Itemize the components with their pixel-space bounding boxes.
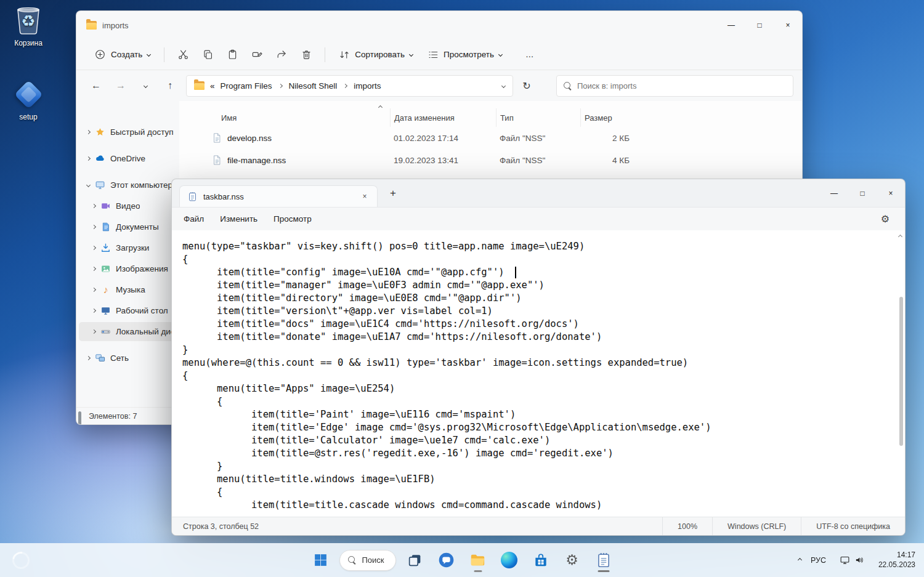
column-header-type[interactable]: Тип [496,108,580,127]
minimize-button[interactable]: — [717,11,745,39]
task-view-button[interactable] [403,548,428,573]
language-indicator[interactable]: РУС [811,556,826,565]
start-button[interactable] [308,548,333,573]
taskbar-search[interactable]: Поиск [339,550,395,571]
recycle-bin-desktop-icon[interactable]: ♻ Корзина [6,5,51,47]
more-options-button[interactable]: … [519,44,541,66]
file-icon [211,132,222,143]
text-editor[interactable]: menu(type="taskbar" vis=key.shift() pos=… [172,230,905,517]
network-volume-tray[interactable] [835,551,869,569]
drive-icon [100,326,111,337]
settings-button[interactable]: ⚙ [560,548,585,573]
chevron-right-icon[interactable] [86,356,91,360]
copy-button[interactable] [196,44,219,66]
store-button[interactable] [529,548,553,573]
chevron-down-icon[interactable] [86,183,91,187]
chevron-right-icon[interactable] [92,288,96,292]
paste-button[interactable] [221,44,244,66]
chat-button[interactable] [434,548,459,573]
explorer-addressbar: ← → ↑ « Program Files Nilesoft Shell imp… [76,70,802,101]
sidebar-item-music[interactable]: ♪ Музыка [79,280,177,299]
tab-taskbar-nss[interactable]: taskbar.nss × [179,185,378,207]
zoom-level[interactable]: 100% [662,517,712,535]
cut-button[interactable] [171,44,195,66]
sidebar-item-downloads[interactable]: Загрузки [79,238,177,257]
recent-locations-button[interactable] [134,75,156,96]
breadcrumb-item[interactable]: Program Files [221,81,272,91]
up-button[interactable]: ↑ [159,75,181,96]
chevron-right-icon[interactable] [86,130,91,134]
delete-button[interactable] [294,44,318,66]
sort-button[interactable]: Сортировать [332,44,419,66]
close-button[interactable]: × [774,11,802,39]
chevron-right-icon[interactable] [92,246,96,250]
table-row[interactable]: develop.nss 01.02.2023 17:14 Файл "NSS" … [197,127,790,149]
explorer-titlebar[interactable]: imports — □ × [76,11,802,39]
notepad-icon [596,552,612,568]
menu-view[interactable]: Просмотр [265,211,320,228]
open-app-indicator [474,570,482,572]
sidebar-scrollbar-thumb[interactable] [78,411,81,425]
store-icon [533,552,549,568]
search-input[interactable] [577,81,786,91]
column-header-name[interactable]: Имя [211,108,390,127]
share-button[interactable] [270,44,293,66]
clock[interactable]: 14:17 22.05.2023 [878,551,915,570]
chevron-right-icon[interactable] [92,309,96,313]
maximize-button[interactable]: □ [848,179,877,207]
chevron-right-icon[interactable] [92,329,96,334]
chevron-right-icon [278,83,283,87]
sidebar-item-network[interactable]: Сеть [79,349,177,368]
minimize-button[interactable]: — [820,179,848,207]
chevron-right-icon[interactable] [92,225,96,229]
notepad-button[interactable] [591,548,616,573]
encoding[interactable]: UTF-8 со специфика [801,517,905,535]
menu-edit[interactable]: Изменить [212,211,265,228]
explorer-search[interactable] [556,75,793,97]
line-ending[interactable]: Windows (CRLF) [712,517,801,535]
new-tab-button[interactable]: + [384,184,402,203]
sidebar-item-quick-access[interactable]: Быстрый доступ [79,123,177,142]
cursor-position: Строка 3, столбец 52 [172,522,259,531]
edge-button[interactable] [497,548,522,573]
breadcrumb-item[interactable]: imports [354,81,381,91]
setup-desktop-icon[interactable]: setup [6,78,51,121]
rename-button[interactable] [245,44,269,66]
column-header-size[interactable]: Размер [580,108,636,127]
file-date: 01.02.2023 17:14 [390,134,496,143]
chevron-right-icon[interactable] [92,204,96,208]
sidebar-item-this-pc[interactable]: Этот компьютер [79,176,177,195]
sidebar-item-pictures[interactable]: Изображения [79,259,177,278]
column-header-date[interactable]: Дата изменения [390,108,496,127]
settings-gear-icon[interactable]: ⚙ [875,210,895,228]
breadcrumb-item[interactable]: Nilesoft Shell [289,81,338,91]
task-view-icon [407,552,423,568]
forward-button[interactable]: → [110,75,132,96]
breadcrumb-overflow[interactable]: « [210,81,215,91]
time: 14:17 [878,551,915,560]
sort-icon [339,49,350,60]
chevron-right-icon[interactable] [92,267,96,271]
sidebar-item-documents[interactable]: Документы [79,217,177,236]
address-dropdown-chevron[interactable] [501,83,506,87]
scrollbar-thumb[interactable] [899,297,903,446]
menu-file[interactable]: Файл [176,211,212,228]
back-button[interactable]: ← [85,75,107,96]
tab-close-button[interactable]: × [359,190,371,203]
file-explorer-button[interactable] [466,548,490,573]
sidebar-item-videos[interactable]: Видео [79,196,177,216]
explorer-folder-icon [469,552,486,568]
create-button[interactable]: Создать [87,44,157,66]
table-row[interactable]: file-manage.nss 19.02.2023 13:41 Файл "N… [197,149,790,171]
hidden-icons-chevron[interactable] [798,558,802,562]
sidebar-item-onedrive[interactable]: OneDrive [79,149,177,168]
chat-icon [438,552,455,568]
close-button[interactable]: × [877,179,905,207]
sidebar-item-local-disk[interactable]: Локальный диск [79,322,177,341]
refresh-button[interactable]: ↻ [516,75,538,96]
maximize-button[interactable]: □ [745,11,774,39]
address-bar[interactable]: « Program Files Nilesoft Shell imports [186,75,513,97]
view-button[interactable]: Просмотреть [421,44,509,66]
chevron-right-icon[interactable] [86,156,91,161]
sidebar-item-desktop[interactable]: Рабочий стол [79,301,177,320]
